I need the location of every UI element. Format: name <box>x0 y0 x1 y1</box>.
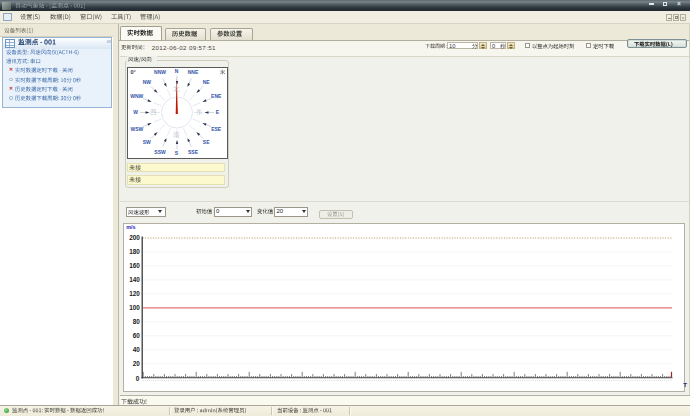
svg-text:100: 100 <box>129 304 140 311</box>
svg-text:200: 200 <box>129 234 140 241</box>
svg-text:60: 60 <box>133 332 141 339</box>
svg-text:m/s: m/s <box>126 224 135 230</box>
svg-text:20: 20 <box>133 360 141 367</box>
svg-text:80: 80 <box>133 318 141 325</box>
svg-text:40: 40 <box>133 346 141 353</box>
svg-text:120: 120 <box>129 290 140 297</box>
svg-text:180: 180 <box>129 248 140 255</box>
svg-text:0: 0 <box>136 375 140 382</box>
svg-text:140: 140 <box>129 276 140 283</box>
svg-text:160: 160 <box>129 262 140 269</box>
